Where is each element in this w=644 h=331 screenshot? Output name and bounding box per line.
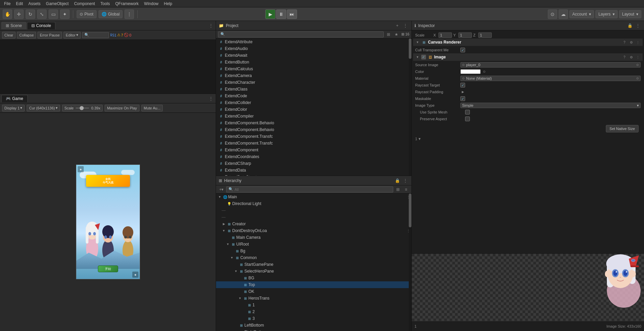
project-star-btn[interactable]: ★ (393, 31, 400, 38)
hierarchy-add-btn[interactable]: +▾ (218, 186, 225, 193)
clear-button[interactable]: Clear (2, 32, 16, 39)
raycast-target-checkbox[interactable] (460, 83, 465, 87)
preserve-aspect-checkbox[interactable] (465, 117, 470, 121)
image-help-btn[interactable]: ? (622, 54, 627, 60)
game-tabs-more-btn[interactable]: ⋮ (208, 95, 214, 102)
file-item[interactable]: # ExtendCompiler (216, 113, 411, 120)
file-item[interactable]: # ExtendData (216, 167, 411, 174)
layout-dropdown[interactable]: Layout ▾ (619, 10, 641, 18)
inspector-lock-btn[interactable]: 🔒 (626, 22, 633, 29)
tree-item[interactable]: ⊞ LeftBottom (216, 322, 411, 329)
project-scrollbar-thumb[interactable] (409, 39, 411, 59)
source-image-value[interactable]: ⊙ player_0 ⊙ (460, 62, 641, 68)
file-item[interactable]: # ExtendComponent.Transfc (216, 140, 411, 147)
scale-y-input[interactable]: 1 (458, 32, 472, 38)
tree-item[interactable]: ▼ ⊞ SelectHeroPane (216, 268, 411, 275)
tree-item[interactable]: ⊞ Main Camera (216, 234, 411, 241)
image-component-header[interactable]: ▼ ✓ 🖼 Image ? ⚙ ⋮ (413, 53, 643, 61)
cull-transparent-checkbox[interactable] (460, 48, 465, 52)
hierarchy-options-btn[interactable]: ⋮ (402, 177, 409, 184)
collapse-button[interactable]: Collapse (17, 32, 36, 39)
image-type-select[interactable]: Simple ▾ (460, 103, 641, 108)
file-item[interactable]: # ExtendComponent.Behavio (216, 126, 411, 133)
menu-edit[interactable]: Edit (14, 1, 25, 7)
file-item[interactable]: # ExtendColor (216, 106, 411, 113)
use-sprite-mesh-checkbox[interactable] (465, 110, 470, 114)
tabs-more-btn[interactable]: ⋮ (208, 22, 214, 29)
tree-item[interactable]: ⊞ 3 (216, 315, 411, 322)
tab-scene[interactable]: ⊞ Scene (1, 22, 26, 29)
scale-z-input[interactable]: 1 (478, 32, 492, 38)
color-picker-btn[interactable]: ⊙ (482, 69, 487, 74)
cloud-icon[interactable]: ☁ (559, 9, 568, 19)
layers-dropdown[interactable]: Layers ▾ (595, 10, 618, 18)
image-more-btn[interactable]: ⋮ (635, 54, 641, 60)
menu-tools[interactable]: Tools (98, 1, 112, 7)
scale-slider-thumb[interactable] (80, 106, 84, 110)
color-swatch[interactable] (460, 69, 481, 74)
tree-item[interactable]: ⊞ Top (216, 281, 411, 288)
error-pause-button[interactable]: Error Pause (37, 32, 62, 39)
tree-item[interactable]: ⊞ OK (216, 288, 411, 295)
resolution-selector[interactable]: Cur (640x1136) ▾ (27, 105, 60, 111)
tool-move[interactable]: ✛ (14, 9, 24, 19)
editor-button[interactable]: Editor ▾ (63, 32, 81, 39)
set-native-size-button[interactable]: Set Native Size (606, 125, 639, 132)
tool-scale[interactable]: ⤡ (37, 9, 47, 19)
file-item[interactable]: # ExtendCharacter (216, 79, 411, 86)
start-button[interactable]: 开始 (98, 265, 118, 272)
display-selector[interactable]: Display 1 ▾ (2, 105, 25, 111)
tree-item[interactable]: ▼ ⊞ UIRoot (216, 241, 411, 248)
project-filter-btn[interactable]: ⊞ (385, 31, 392, 38)
global-button[interactable]: 🌐 Global (99, 10, 123, 18)
file-item[interactable]: # ExtendComponent.Behavio (216, 120, 411, 126)
canvas-renderer-settings-btn[interactable]: ⚙ (628, 40, 634, 45)
file-item[interactable]: # ExtendCoordinates (216, 153, 411, 160)
project-search-input[interactable]: 🔍 (218, 31, 384, 37)
tree-item[interactable]: ⊞ RightBottom (216, 329, 411, 331)
menu-gameobject[interactable]: GameObject (44, 1, 71, 7)
maskable-checkbox[interactable] (460, 96, 465, 101)
console-search[interactable]: 🔍 (82, 32, 109, 38)
hierarchy-scrollbar-thumb[interactable] (409, 194, 411, 227)
hierarchy-sort-btn[interactable]: ≡ (403, 186, 409, 193)
file-item[interactable]: # ExtendAwait (216, 52, 411, 59)
menu-file[interactable]: File (2, 1, 12, 7)
canvas-renderer-more-btn[interactable]: ⋮ (635, 40, 641, 45)
file-item[interactable]: # ExtendComponent (216, 147, 411, 153)
file-item[interactable]: # ExtendCode (216, 93, 411, 99)
menu-help[interactable]: Help (162, 1, 175, 7)
source-image-picker-icon[interactable]: ⊙ (636, 63, 639, 67)
pivot-button[interactable]: ⊙ Pivot (77, 10, 97, 18)
tab-console[interactable]: ⊟ Console (27, 22, 55, 29)
menu-component[interactable]: Component (72, 1, 97, 7)
inspector-options-btn[interactable]: ⋮ (635, 22, 641, 29)
file-item[interactable]: # ExtendCalculus (216, 66, 411, 72)
collab-icon[interactable]: ⊙ (548, 9, 557, 19)
menu-qframework[interactable]: QFramework (113, 1, 140, 7)
material-value[interactable]: ⊙ None (Material) ⊙ (460, 76, 641, 81)
file-item[interactable]: # ExtendCollider (216, 99, 411, 106)
hierarchy-lock-btn[interactable]: 🔒 (394, 177, 401, 184)
file-item[interactable]: # ExtendCamera (216, 72, 411, 79)
tree-item[interactable]: ▼ ⊞ DontDestroyOnLoa ⋮ (216, 227, 411, 234)
image-settings-btn[interactable]: ⚙ (628, 54, 634, 60)
image-component-toggle[interactable]: ✓ (421, 55, 426, 59)
snap-button[interactable]: ⋮ (125, 9, 134, 19)
tree-item[interactable]: ▼ ⊞ HerosTrans (216, 295, 411, 302)
mute-audio-button[interactable]: Mute Au... (141, 105, 163, 111)
project-add-button[interactable]: + (394, 22, 401, 29)
project-scrollbar-track[interactable] (409, 39, 411, 176)
file-item[interactable]: # ExtendDataStructure (216, 174, 411, 176)
material-picker-icon[interactable]: ⊙ (636, 77, 639, 80)
maximize-on-play-button[interactable]: Maximize On Play (105, 105, 139, 111)
tree-item[interactable]: ▶ ⊞ Creator (216, 221, 411, 227)
file-item[interactable]: # ExtendClass (216, 86, 411, 93)
canvas-renderer-help-btn[interactable]: ? (622, 40, 627, 45)
tree-item[interactable]: 💡 Directional Light (216, 200, 411, 207)
hierarchy-scrollbar-track[interactable] (409, 194, 411, 331)
file-item[interactable]: # ExtendAttribute (216, 39, 411, 45)
tree-item[interactable]: ⊞ 2 (216, 308, 411, 315)
scale-control[interactable]: Scale 0.39x (62, 105, 103, 111)
file-item[interactable]: # ExtendComponent.Transfc (216, 133, 411, 140)
